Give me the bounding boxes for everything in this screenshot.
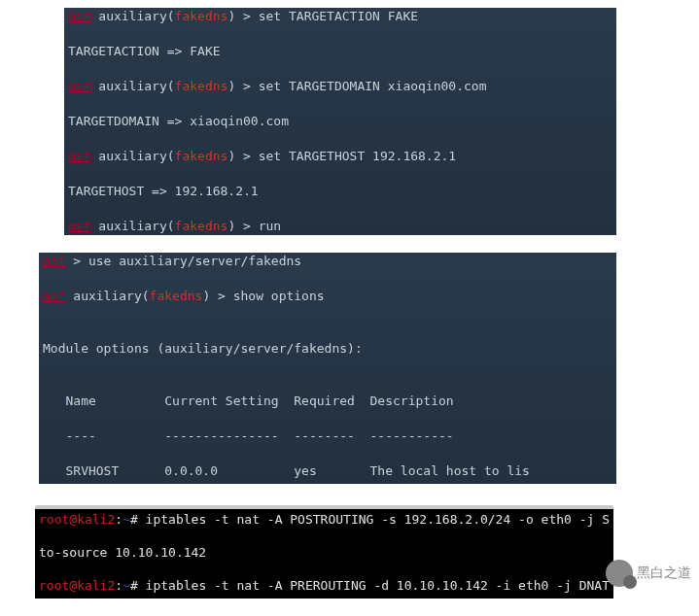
terminal-text: # iptables -t nat -A PREROUTING -d 10.10… <box>130 578 610 593</box>
rootprompt-text: root@kali2 <box>39 512 115 527</box>
terminal-text: auxiliary( <box>65 289 149 303</box>
terminal-text: ---- --------------- -------- ----------… <box>43 428 454 443</box>
tilde-text: ~ <box>122 578 130 593</box>
msf-text: msf <box>68 79 90 93</box>
terminal-line: Module options (auxiliary/server/fakedns… <box>43 340 612 358</box>
terminal-text: auxiliary( <box>90 149 174 163</box>
msf-text: msf <box>43 289 65 303</box>
terminal-line: ---- --------------- -------- ----------… <box>43 428 612 445</box>
terminal-text: ) > show options <box>202 289 324 303</box>
terminal-line: TARGETDOMAIN => xiaoqin00.com <box>68 113 612 130</box>
terminal-line: TARGETACTION => FAKE <box>68 43 612 60</box>
terminal-text: TARGETHOST => 192.168.2.1 <box>68 184 259 198</box>
red-text: fakedns <box>150 289 203 303</box>
msf-text: msf <box>68 149 90 163</box>
terminal-text: TARGETDOMAIN => xiaoqin00.com <box>68 114 289 128</box>
msf-text: msf <box>43 254 65 268</box>
terminal-text: Module options (auxiliary/server/fakedns… <box>43 341 363 356</box>
terminal-line: root@kali2:~# iptables -t nat -A POSTROU… <box>39 511 610 528</box>
terminal-msf-run[interactable]: msf auxiliary(fakedns) > set TARGETACTIO… <box>64 8 616 235</box>
red-text: fakedns <box>175 219 228 233</box>
red-text: fakedns <box>175 9 228 23</box>
terminal-line: to-source 10.10.10.142 <box>39 544 610 561</box>
terminal-line: TARGETHOST => 192.168.2.1 <box>68 183 612 200</box>
terminal-iptables[interactable]: root@kali2:~# iptables -t nat -A POSTROU… <box>35 509 613 599</box>
terminal-text: TARGETACTION => FAKE <box>68 44 221 58</box>
terminal-text: ) > run <box>227 219 281 233</box>
terminal-text: ) > set TARGETDOMAIN xiaoqin00.com <box>227 79 486 93</box>
terminal-text: auxiliary( <box>90 219 174 233</box>
msf-text: msf <box>68 9 90 23</box>
terminal-text: : <box>115 578 122 593</box>
msf-text: msf <box>68 219 90 233</box>
terminal-text: Name Current Setting Required Descriptio… <box>43 394 454 408</box>
terminal-line: msf auxiliary(fakedns) > set TARGETACTIO… <box>68 8 612 25</box>
terminal-line: SRVHOST 0.0.0.0 yes The local host to li… <box>43 462 612 480</box>
terminal-text: ) > set TARGETACTION FAKE <box>227 9 418 23</box>
terminal-text: SRVHOST 0.0.0.0 yes The local host to li… <box>43 463 530 478</box>
terminal-text: auxiliary( <box>90 9 174 23</box>
terminal-text: # iptables -t nat -A POSTROUTING -s 192.… <box>130 512 610 527</box>
terminal-text: > use auxiliary/server/fakedns <box>65 254 301 268</box>
terminal-iptables-wrap: root@kali2:~# iptables -t nat -A POSTROU… <box>35 505 613 599</box>
terminal-line: msf auxiliary(fakedns) > show options <box>43 288 612 305</box>
terminal-line: Name Current Setting Required Descriptio… <box>43 393 612 410</box>
terminal-line: root@kali2:~# iptables -t nat -A PREROUT… <box>39 577 610 594</box>
rootprompt-text: root@kali2 <box>39 578 115 593</box>
terminal-line: msf auxiliary(fakedns) > set TARGETHOST … <box>68 148 612 165</box>
terminal-line: msf auxiliary(fakedns) > set TARGETDOMAI… <box>68 78 612 95</box>
terminal-text: ) > set TARGETHOST 192.168.2.1 <box>227 149 456 163</box>
watermark-text: 黑白之道 <box>637 565 691 582</box>
terminal-text: : <box>115 512 122 527</box>
terminal-text: auxiliary( <box>90 79 174 93</box>
terminal-line: msf auxiliary(fakedns) > run <box>68 218 612 235</box>
tilde-text: ~ <box>122 512 130 527</box>
wechat-icon <box>606 560 633 587</box>
terminal-msf-options[interactable]: msf > use auxiliary/server/fakedns msf a… <box>39 253 616 484</box>
red-text: fakedns <box>175 79 228 93</box>
terminal-line: msf > use auxiliary/server/fakedns <box>43 253 612 270</box>
terminal-text: to-source 10.10.10.142 <box>39 545 206 560</box>
red-text: fakedns <box>175 149 228 163</box>
